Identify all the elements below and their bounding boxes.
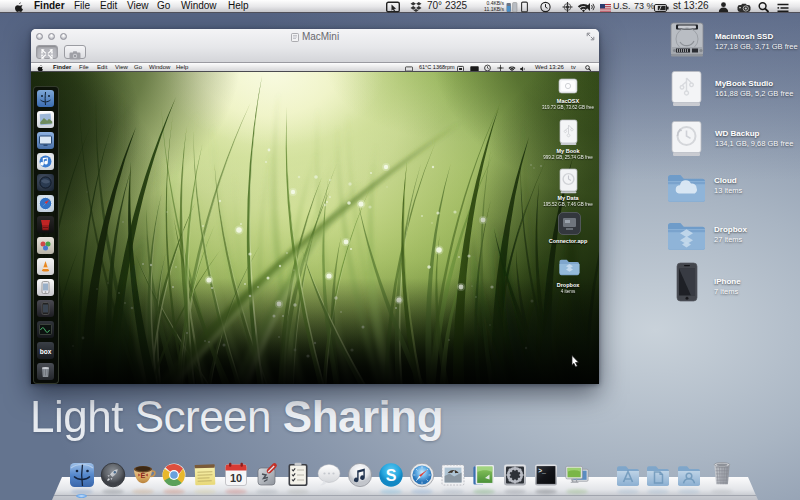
svg-text:box: box bbox=[40, 348, 52, 355]
svg-text:S: S bbox=[386, 467, 397, 484]
svg-text:É: É bbox=[141, 471, 146, 480]
svg-text:>_: >_ bbox=[538, 468, 546, 475]
svg-text:10: 10 bbox=[230, 472, 242, 484]
